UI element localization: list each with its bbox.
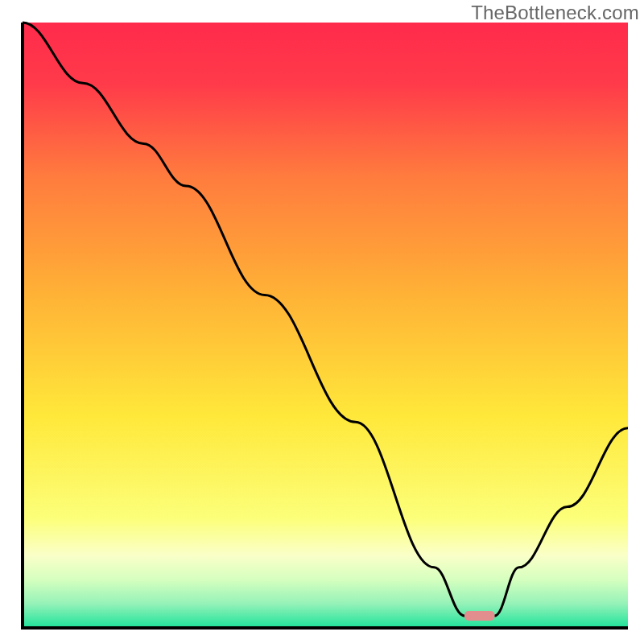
chart-svg <box>0 0 644 644</box>
chart-container: TheBottleneck.com <box>0 0 644 644</box>
optimal-marker <box>464 611 495 621</box>
watermark-text: TheBottleneck.com <box>471 2 639 24</box>
